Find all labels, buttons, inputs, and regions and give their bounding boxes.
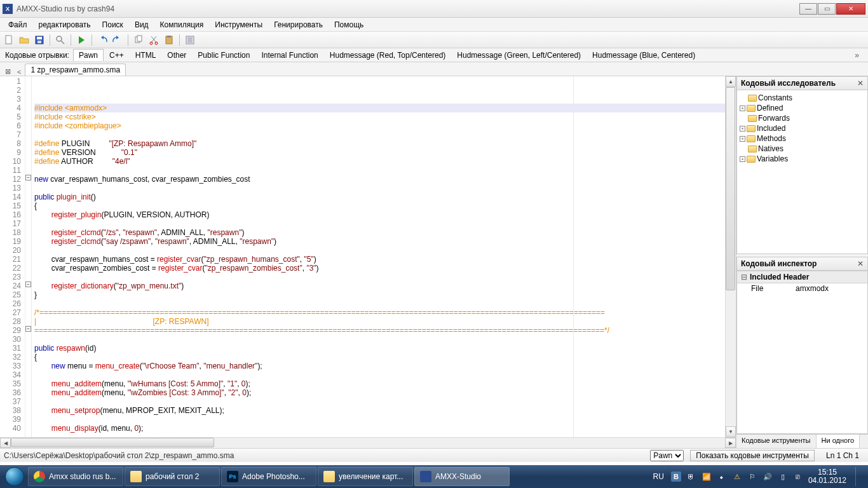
fold-toggle[interactable]: − (25, 281, 31, 287)
taskbar-item[interactable]: PsAdobe Photosho... (221, 467, 316, 486)
vscroll-thumb[interactable] (726, 87, 735, 290)
settings-button[interactable] (184, 34, 196, 46)
taskbar-item[interactable]: AMXX-Studio (414, 467, 510, 486)
snippet-tab[interactable]: Hudmessage (Blue, Centered) (587, 49, 701, 61)
taskbar-item[interactable]: рабочий стол 2 (125, 467, 220, 486)
code-line[interactable]: new menu = menu_create("\rChoose Team", … (34, 362, 725, 370)
snippet-tab[interactable]: Public Function (192, 49, 255, 61)
code-line[interactable]: new cvar_respawn_humans_cost, cvar_respa… (34, 175, 725, 184)
snippet-tab[interactable]: Hudmessage (Red, Top/Centered) (324, 49, 452, 61)
code-line[interactable]: #include <amxmodx> (34, 104, 725, 112)
snippet-tab[interactable]: Internal Function (255, 49, 323, 61)
snippet-tab[interactable]: C++ (104, 49, 130, 61)
taskbar-clock[interactable]: 15:15 04.01.2012 (808, 468, 848, 485)
code-line[interactable] (34, 273, 725, 281)
run-button[interactable] (75, 34, 88, 46)
code-line[interactable] (34, 415, 725, 424)
show-code-tools-button[interactable]: Показать кодовые инструменты (690, 450, 815, 461)
tree-expand-icon[interactable]: + (740, 156, 745, 162)
tree-item[interactable]: +Methods (738, 133, 866, 144)
tray-shield-icon[interactable]: ⛨ (686, 471, 696, 482)
hscroll-track[interactable] (11, 438, 725, 448)
code-explorer-tree[interactable]: Constants+DefinedForwards+Included+Metho… (736, 90, 868, 254)
redo-button[interactable] (111, 34, 124, 46)
code-line[interactable]: menu_additem(menu, "\wHumans [Cost: 5 Am… (34, 379, 725, 388)
code-line[interactable] (34, 335, 725, 344)
tray-flag-icon[interactable]: ⚐ (747, 471, 757, 482)
code-line[interactable] (34, 166, 725, 175)
code-line[interactable] (34, 397, 725, 406)
tab-nav-left-icon[interactable]: < (15, 68, 24, 76)
code-line[interactable]: public plugin_init() (34, 193, 725, 201)
close-button[interactable]: ✕ (836, 3, 865, 15)
tree-item[interactable]: +Variables (738, 154, 866, 164)
menu-помощь[interactable]: Помощь (329, 18, 369, 31)
code-line[interactable] (34, 246, 725, 255)
right-tab[interactable]: Кодовые иструменты (736, 435, 817, 448)
menu-файл[interactable]: Файл (3, 18, 33, 31)
hscroll-thumb[interactable] (11, 438, 214, 447)
language-select[interactable]: Pawn (650, 450, 684, 461)
right-tab[interactable]: Ни одного (817, 435, 860, 448)
tray-wifi-icon[interactable]: ⎚ (793, 471, 803, 482)
scroll-up-button[interactable]: ▲ (726, 76, 736, 87)
menu-редактировать[interactable]: редактировать (33, 18, 97, 31)
open-file-button[interactable] (18, 34, 31, 46)
code-editor[interactable]: 1234567891011121314151617181920212223242… (0, 76, 736, 437)
code-line[interactable] (34, 184, 725, 193)
tree-item[interactable]: +Defined (738, 103, 866, 113)
minimize-button[interactable]: — (799, 3, 817, 15)
menu-поиск[interactable]: Поиск (97, 18, 129, 31)
tree-item[interactable]: Forwards (738, 113, 866, 123)
code-line[interactable]: public respawn(id) (34, 344, 725, 353)
snippet-tab[interactable]: HTML (130, 49, 162, 61)
tree-item[interactable]: +Included (738, 123, 866, 133)
code-line[interactable]: { (34, 353, 725, 362)
code-line[interactable]: #define AUTHOR "4e/l" (34, 157, 725, 166)
snippet-tab[interactable]: Hudmessage (Green, Left/Centered) (451, 49, 587, 61)
code-line[interactable]: menu_additem(menu, "\wZombies [Cost: 3 A… (34, 388, 725, 397)
code-line[interactable]: menu_display(id, menu, 0); (34, 424, 725, 433)
snippet-tab[interactable]: Other (161, 49, 192, 61)
code-line[interactable] (34, 299, 725, 308)
menu-компиляция[interactable]: Компиляция (154, 18, 210, 31)
taskbar-item[interactable]: увеличение карт... (318, 467, 413, 486)
code-area[interactable]: #include <amxmodx>#include <cstrike>#inc… (32, 76, 725, 437)
code-line[interactable]: #include <cstrike> (34, 112, 725, 121)
code-line[interactable]: cvar_respawn_zombies_cost = register_cva… (34, 264, 725, 273)
code-line[interactable]: { (34, 201, 725, 210)
code-line[interactable]: } (34, 290, 725, 299)
scroll-down-button[interactable]: ▼ (726, 426, 736, 437)
editor-horizontal-scrollbar[interactable]: ◀ ▶ (0, 437, 736, 448)
code-line[interactable] (34, 433, 725, 437)
cut-button[interactable] (147, 34, 160, 46)
tab-close-icon[interactable]: ⊠ (3, 67, 13, 76)
copy-button[interactable] (132, 34, 145, 46)
code-explorer-close-icon[interactable]: ✕ (857, 79, 864, 88)
tray-volume-icon[interactable]: 🔊 (763, 471, 773, 482)
code-line[interactable]: #define VERSION "0.1" (34, 148, 725, 157)
save-button[interactable] (33, 34, 46, 46)
fold-gutter[interactable]: −−− (25, 76, 32, 437)
taskbar-item[interactable]: Amxx studio rus b... (28, 467, 123, 486)
editor-vertical-scrollbar[interactable]: ▲ ▼ (725, 76, 736, 437)
menu-генирировать[interactable]: Генирировать (268, 18, 329, 31)
code-line[interactable]: register_clcmd("/zs", "respawn", ADMIN_A… (34, 228, 725, 237)
tree-expand-icon[interactable]: + (740, 136, 745, 142)
file-tab[interactable]: 1 zp_respawn_ammo.sma (25, 64, 126, 76)
code-line[interactable]: /*======================================… (34, 308, 725, 317)
code-line[interactable]: #define PLUGIN "[ZP: Respapawn Ammo]" (34, 139, 725, 148)
fold-toggle[interactable]: − (25, 175, 31, 180)
search-button[interactable] (54, 34, 67, 46)
code-line[interactable]: register_clcmd("say /zspawn", "respawn",… (34, 237, 725, 246)
new-file-button[interactable] (3, 34, 15, 46)
tray-network-icon[interactable]: 📶 (702, 471, 712, 482)
scroll-left-button[interactable]: ◀ (0, 438, 11, 448)
tray-warning-icon[interactable]: ⚠ (732, 471, 742, 482)
tree-item[interactable]: Natives (738, 144, 866, 154)
menu-вид[interactable]: Вид (129, 18, 154, 31)
code-line[interactable]: #include <zombieplague> (34, 121, 725, 130)
paste-button[interactable] (163, 34, 175, 46)
code-line[interactable]: menu_setprop(menu, MPROP_EXIT, MEXIT_ALL… (34, 406, 725, 415)
tree-expand-icon[interactable]: + (740, 126, 745, 132)
